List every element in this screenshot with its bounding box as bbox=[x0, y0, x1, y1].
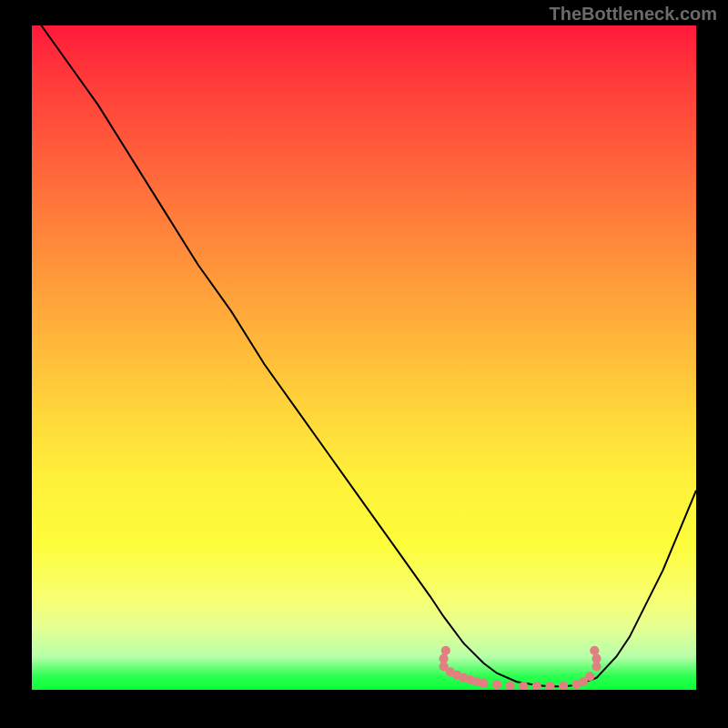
chart-svg bbox=[32, 25, 696, 690]
marker-dot bbox=[592, 662, 601, 671]
marker-dot bbox=[479, 679, 488, 688]
marker-dot bbox=[590, 646, 599, 655]
bottleneck-curve bbox=[32, 25, 696, 686]
marker-dot bbox=[492, 680, 501, 689]
marker-dot bbox=[441, 646, 450, 655]
marker-dot bbox=[505, 682, 514, 690]
marker-dot bbox=[592, 654, 601, 663]
marker-dot bbox=[439, 654, 448, 663]
marker-band bbox=[439, 646, 601, 690]
marker-dot bbox=[545, 682, 554, 690]
marker-dot bbox=[532, 682, 541, 690]
watermark-text: TheBottleneck.com bbox=[550, 4, 717, 25]
marker-dot bbox=[585, 672, 594, 681]
plot-area bbox=[32, 25, 696, 690]
marker-dot bbox=[559, 682, 568, 690]
